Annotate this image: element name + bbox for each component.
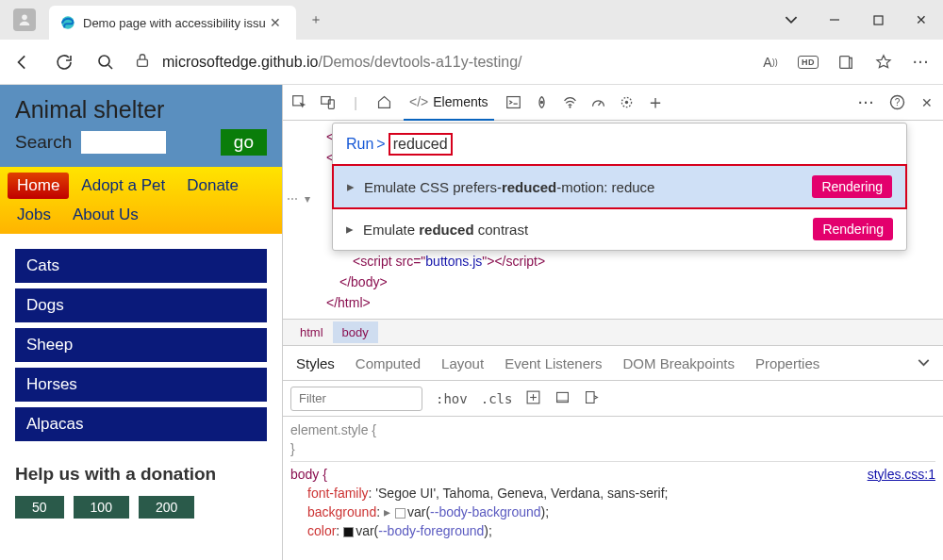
page-header: Animal shelter Search go xyxy=(0,85,282,167)
read-aloud-icon[interactable]: A)) xyxy=(758,50,783,74)
address-bar[interactable]: microsoftedge.github.io/Demos/devtools-a… xyxy=(134,46,743,78)
styles-tabbar: Styles Computed Layout Event Listeners D… xyxy=(283,345,943,381)
browser-toolbar: microsoftedge.github.io/Demos/devtools-a… xyxy=(0,40,943,85)
more-icon[interactable]: ··· xyxy=(858,94,875,111)
rendering-badge: Rendering xyxy=(812,175,892,198)
tab-dombreakpoints[interactable]: DOM Breakpoints xyxy=(623,355,735,371)
crumb-body[interactable]: body xyxy=(333,321,378,343)
svg-point-12 xyxy=(540,101,543,104)
svg-rect-7 xyxy=(840,56,850,68)
tab-properties[interactable]: Properties xyxy=(755,355,819,371)
favorite-icon[interactable] xyxy=(871,50,896,74)
back-button[interactable] xyxy=(9,49,36,75)
edge-favicon-icon xyxy=(60,15,75,30)
cat-item[interactable]: Cats xyxy=(15,249,267,283)
dom-node: </body> xyxy=(339,274,388,289)
svg-point-13 xyxy=(570,106,571,107)
svg-point-4 xyxy=(99,56,109,66)
nav-home[interactable]: Home xyxy=(8,173,69,199)
tab-computed[interactable]: Computed xyxy=(356,355,421,371)
demo-page: Animal shelter Search go Home Adopt a Pe… xyxy=(0,85,283,560)
donate-50[interactable]: 50 xyxy=(15,496,64,519)
minimize-button[interactable] xyxy=(813,4,856,36)
rule-selector: element.style { xyxy=(290,420,935,439)
donate-200[interactable]: 200 xyxy=(139,496,194,519)
svg-point-16 xyxy=(625,101,628,104)
nav-adopt[interactable]: Adopt a Pet xyxy=(72,173,174,199)
nav-donate[interactable]: Donate xyxy=(177,173,248,199)
source-link[interactable]: styles.css:1 xyxy=(868,465,935,484)
nav-about[interactable]: About Us xyxy=(63,202,148,228)
dom-breadcrumb: html body xyxy=(283,319,943,345)
nav-jobs[interactable]: Jobs xyxy=(8,202,60,228)
styles-rules[interactable]: element.style { } styles.css:1 body { fo… xyxy=(283,417,943,544)
tab-title: Demo page with accessibility issu xyxy=(83,16,266,30)
close-devtools-button[interactable]: ✕ xyxy=(918,94,935,111)
command-item-reduced-contrast[interactable]: ▸ Emulate reduced contrast Rendering xyxy=(333,208,906,250)
svg-rect-11 xyxy=(507,97,521,108)
styles-toolbar: :hov .cls xyxy=(283,381,943,417)
refresh-button[interactable] xyxy=(51,49,77,75)
svg-rect-3 xyxy=(874,16,883,25)
command-menu: Run > reduced ▸ Emulate CSS prefers-redu… xyxy=(332,123,907,251)
browser-tab[interactable]: Demo page with accessibility issu ✕ xyxy=(49,6,296,40)
new-tab-button[interactable]: ＋ xyxy=(302,6,330,34)
cat-item[interactable]: Horses xyxy=(15,368,267,402)
donation-title: Help us with a donation xyxy=(15,464,267,485)
url-text: microsoftedge.github.io/Demos/devtools-a… xyxy=(162,54,522,71)
category-list: Cats Dogs Sheep Horses Alpacas xyxy=(0,234,282,456)
cls-toggle[interactable]: .cls xyxy=(481,391,513,406)
plus-icon[interactable]: ＋ xyxy=(647,94,664,111)
new-rule-button[interactable] xyxy=(525,389,541,408)
tab-layout[interactable]: Layout xyxy=(441,355,484,371)
dom-node: <script src=" xyxy=(353,254,425,269)
inspect-icon[interactable] xyxy=(290,94,307,111)
page-title: Animal shelter xyxy=(15,96,267,124)
tab-styles[interactable]: Styles xyxy=(296,355,335,371)
command-item-reduced-motion[interactable]: ▸ Emulate CSS prefers-reduced-motion: re… xyxy=(332,164,907,209)
main-nav: Home Adopt a Pet Donate Jobs About Us xyxy=(0,167,282,234)
cat-item[interactable]: Alpacas xyxy=(15,407,267,441)
profile-avatar[interactable] xyxy=(13,8,36,31)
chevron-down-icon[interactable] xyxy=(769,4,813,36)
svg-line-5 xyxy=(108,65,112,69)
memory-icon[interactable] xyxy=(619,94,636,111)
lock-icon xyxy=(134,52,151,72)
hd-icon[interactable]: HD xyxy=(796,50,820,74)
tab-close-button[interactable]: ✕ xyxy=(266,13,285,32)
chevron-down-icon[interactable] xyxy=(918,355,930,371)
performance-icon[interactable] xyxy=(590,94,607,111)
search-input[interactable] xyxy=(81,131,166,154)
crumb-html[interactable]: html xyxy=(290,321,333,343)
network-icon[interactable] xyxy=(562,94,579,111)
cat-item[interactable]: Dogs xyxy=(15,288,267,322)
divider: | xyxy=(347,94,364,111)
menu-button[interactable]: ··· xyxy=(909,50,934,74)
donation-section: Help us with a donation 50 100 200 xyxy=(0,456,282,526)
command-input-row[interactable]: Run > reduced xyxy=(333,124,906,165)
cat-item[interactable]: Sheep xyxy=(15,328,267,362)
sources-icon[interactable] xyxy=(534,94,551,111)
prompt-icon: > xyxy=(376,136,385,153)
tab-eventlisteners[interactable]: Event Listeners xyxy=(505,355,602,371)
console-icon[interactable] xyxy=(505,94,522,111)
rendering-badge: Rendering xyxy=(813,218,893,240)
collections-icon[interactable] xyxy=(834,50,858,74)
computed-toggle-icon[interactable] xyxy=(584,389,600,408)
svg-point-0 xyxy=(22,15,27,21)
tab-elements[interactable]: </>Elements xyxy=(404,85,494,121)
donate-100[interactable]: 100 xyxy=(74,496,129,519)
svg-rect-24 xyxy=(587,391,595,403)
styles-filter[interactable] xyxy=(290,387,422,411)
svg-text:?: ? xyxy=(894,97,900,107)
help-icon[interactable]: ? xyxy=(888,94,905,111)
hov-toggle[interactable]: :hov xyxy=(436,391,468,406)
search-button[interactable] xyxy=(92,49,119,75)
flex-editor-icon[interactable] xyxy=(554,389,571,408)
command-query: reduced xyxy=(389,133,453,156)
welcome-icon[interactable] xyxy=(375,94,392,111)
maximize-button[interactable] xyxy=(856,4,900,36)
close-window-button[interactable]: ✕ xyxy=(900,4,943,36)
go-button[interactable]: go xyxy=(221,129,267,156)
device-icon[interactable] xyxy=(319,94,336,111)
